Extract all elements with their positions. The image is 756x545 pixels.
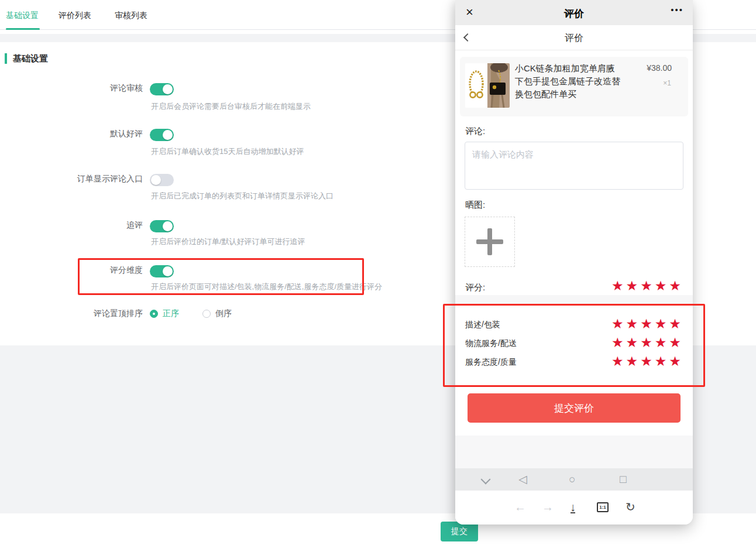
section-divider	[455, 295, 693, 305]
setting-desc-default-praise: 开启后订单确认收货15天后自动增加默认好评	[151, 146, 304, 157]
toggle-follow-up-review[interactable]	[150, 220, 174, 232]
download-icon[interactable]: ↓	[570, 501, 576, 513]
product-image-graphic	[465, 63, 510, 108]
setting-desc-rating-dimension: 开启后评价页面可对描述/包装,物流服务/配送,服务态度/质量进行评分	[151, 282, 382, 292]
phone-preview-panel: × 评价 ••• 评价	[455, 0, 693, 525]
toggle-comment-audit[interactable]	[150, 83, 174, 95]
setting-label-order-entry: 订单显示评论入口	[0, 174, 143, 184]
phone-title-bar: × 评价 •••	[455, 0, 693, 25]
chevron-down-icon[interactable]	[481, 475, 491, 485]
radio-ascending-label[interactable]: 正序	[163, 309, 179, 319]
product-title: 小CK链条加粗加宽单肩腋下包手提包金属链子改造替换包包配件单买	[515, 62, 620, 101]
section-title: 基础设置	[13, 53, 48, 64]
dimension-stars-description-packaging[interactable]: ★★★★★	[611, 317, 683, 331]
nav-back-triangle-icon[interactable]: ◁	[518, 474, 527, 485]
lower-divider-band	[455, 436, 693, 468]
comment-label: 评论:	[465, 126, 485, 137]
setting-label-follow-up-review: 追评	[0, 220, 143, 231]
nav-home-circle-icon[interactable]: ○	[569, 474, 575, 485]
radio-descending-label[interactable]: 倒序	[215, 309, 232, 319]
tab-review-list[interactable]: 评价列表	[59, 11, 91, 21]
android-nav-bar: ◁ ○ □	[455, 468, 693, 491]
product-price: ¥38.00	[647, 63, 672, 73]
screen: 基础设置 评价列表 审核列表 基础设置 评论审核 开启后会员评论需要后台审核后才…	[0, 0, 756, 545]
product-image	[465, 63, 510, 108]
phone-nav-title: 评价	[455, 32, 693, 44]
arrow-right-icon[interactable]: →	[542, 501, 554, 513]
phone-page-title: 评价	[455, 7, 693, 20]
setting-desc-follow-up-review: 开启后评价过的订单/默认好评订单可进行追评	[151, 236, 305, 247]
setting-label-pin-sort: 评论置顶排序	[0, 309, 143, 319]
phone-nav-bar: 评价	[455, 25, 693, 50]
dimension-stars-service-quality[interactable]: ★★★★★	[611, 354, 683, 368]
toggle-default-praise[interactable]	[150, 129, 174, 141]
dimension-label-logistics-delivery: 物流服务/配送	[465, 338, 517, 349]
submit-review-button[interactable]: 提交评价	[468, 393, 681, 423]
rating-label: 评分:	[465, 282, 485, 293]
radio-ascending[interactable]	[150, 310, 158, 318]
tab-basic-settings[interactable]: 基础设置	[6, 11, 39, 21]
dimension-label-service-quality: 服务态度/质量	[465, 357, 517, 368]
refresh-icon[interactable]: ↻	[626, 501, 635, 513]
dimension-stars-logistics-delivery[interactable]: ★★★★★	[611, 335, 683, 349]
radio-descending[interactable]	[202, 310, 211, 318]
setting-label-comment-audit: 评论审核	[0, 83, 143, 94]
rating-stars[interactable]: ★★★★★	[611, 279, 683, 293]
setting-label-default-praise: 默认好评	[0, 129, 143, 139]
nav-recents-square-icon[interactable]: □	[620, 474, 626, 485]
arrow-left-icon[interactable]: ←	[514, 501, 526, 513]
product-card: 小CK链条加粗加宽单肩腋下包手提包金属链子改造替换包包配件单买 ¥38.00 ×…	[460, 57, 688, 116]
tab-audit-list[interactable]: 审核列表	[115, 11, 147, 21]
pin-sort-radio-group: 正序 倒序	[150, 308, 232, 320]
admin-submit-button[interactable]: 提交	[441, 522, 478, 541]
setting-desc-comment-audit: 开启后会员评论需要后台审核后才能在前端显示	[151, 101, 311, 112]
product-quantity: ×1	[663, 79, 671, 87]
toggle-order-entry[interactable]	[150, 174, 174, 186]
more-menu-icon[interactable]: •••	[671, 5, 683, 15]
setting-label-rating-dimension: 评分维度	[0, 265, 143, 276]
setting-desc-order-entry: 开启后已完成订单的列表页和订单详情页显示评论入口	[151, 191, 334, 201]
dimension-label-description-packaging: 描述/包装	[465, 320, 500, 330]
photos-label: 晒图:	[465, 200, 485, 211]
upload-photo-button[interactable]	[465, 217, 515, 267]
toggle-rating-dimension[interactable]	[150, 265, 174, 277]
one-to-one-icon[interactable]: 1:1	[597, 502, 609, 512]
comment-input[interactable]	[465, 142, 683, 190]
plus-icon	[487, 228, 492, 255]
active-tab-underline	[6, 28, 40, 30]
preview-toolbar: ← → ↓ 1:1 ↻	[455, 491, 693, 525]
section-accent-bar	[5, 53, 7, 64]
